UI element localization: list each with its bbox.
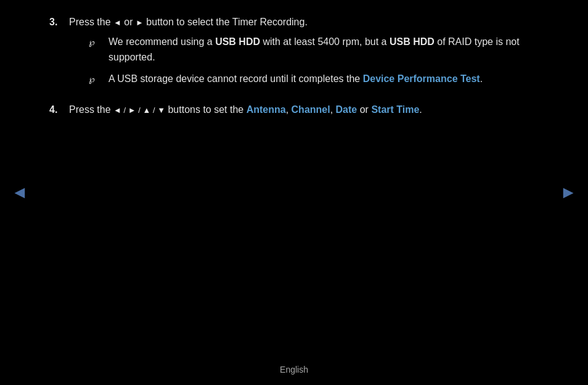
step-4-sep3: or bbox=[357, 104, 371, 115]
step-4-content: Press the ◄ / ► / ▲ / ▼ buttons to set t… bbox=[69, 102, 422, 117]
note-1-middle: with at least 5400 rpm, but a bbox=[260, 36, 390, 47]
content-area: 3. Press the ◄ or ► button to select the… bbox=[0, 0, 588, 164]
step-3-text: Press the ◄ or ► button to select the Ti… bbox=[69, 17, 308, 27]
note-1-bold2: USB HDD bbox=[390, 36, 435, 47]
step-4-before: Press the bbox=[69, 104, 113, 115]
step-4-link3[interactable]: Date bbox=[336, 104, 357, 115]
note-2-link[interactable]: Device Performance Test bbox=[363, 73, 480, 84]
note-2-text: A USB storage device cannot record until… bbox=[108, 72, 483, 87]
step-3-notes: ℘ We recommend using a USB HDD with at l… bbox=[89, 35, 539, 86]
right-arrow-inline: ► bbox=[136, 18, 144, 27]
step-4-arrows: ◄ / ► / ▲ / ▼ bbox=[113, 106, 165, 115]
note-2-icon: ℘ bbox=[89, 73, 105, 86]
step-4-middle: buttons to set the bbox=[165, 104, 247, 115]
step-3-text-after: button to select the Timer Recording. bbox=[144, 17, 308, 27]
step-3-or: or bbox=[121, 17, 136, 27]
note-1-text: We recommend using a USB HDD with at lea… bbox=[108, 35, 539, 65]
left-arrow-inline: ◄ bbox=[113, 18, 121, 27]
step-3-content: Press the ◄ or ► button to select the Ti… bbox=[69, 15, 539, 93]
step-4-sep1: , bbox=[286, 104, 292, 115]
nav-left-button[interactable]: ◄ bbox=[11, 180, 28, 205]
step-4: 4. Press the ◄ / ► / ▲ / ▼ buttons to se… bbox=[49, 102, 539, 117]
step-4-link4[interactable]: Start Time bbox=[371, 104, 419, 115]
step-4-link2[interactable]: Channel bbox=[292, 104, 330, 115]
note-2: ℘ A USB storage device cannot record unt… bbox=[89, 72, 539, 87]
note-1-bold1: USB HDD bbox=[215, 36, 260, 47]
note-1: ℘ We recommend using a USB HDD with at l… bbox=[89, 35, 539, 65]
step-4-text: Press the ◄ / ► / ▲ / ▼ buttons to set t… bbox=[69, 104, 422, 115]
step-4-link1[interactable]: Antenna bbox=[247, 104, 286, 115]
note-2-after: . bbox=[480, 73, 483, 84]
note-1-before: We recommend using a bbox=[108, 36, 215, 47]
step-3-number: 3. bbox=[49, 15, 69, 93]
step-4-number: 4. bbox=[49, 102, 69, 117]
step-3: 3. Press the ◄ or ► button to select the… bbox=[49, 15, 539, 93]
step-4-after: . bbox=[419, 104, 422, 115]
nav-right-button[interactable]: ► bbox=[560, 180, 577, 205]
footer-language: English bbox=[280, 363, 308, 376]
step-3-text-before: Press the bbox=[69, 17, 113, 27]
note-2-before: A USB storage device cannot record until… bbox=[108, 73, 363, 84]
step-4-sep2: , bbox=[330, 104, 336, 115]
note-1-icon: ℘ bbox=[89, 36, 105, 49]
